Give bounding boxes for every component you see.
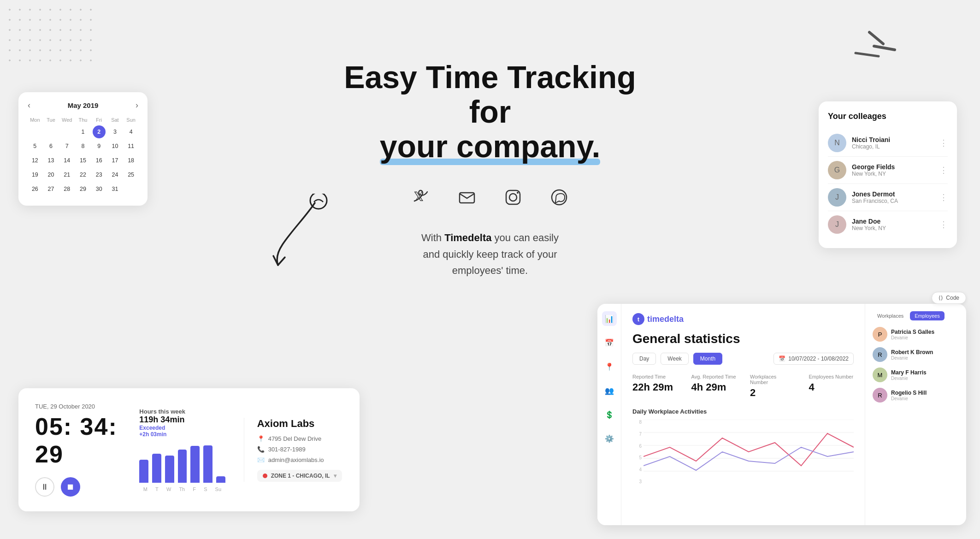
email-icon[interactable] <box>455 185 479 209</box>
colleague-menu-icon[interactable]: ⋮ <box>939 138 948 148</box>
timer-stop-button[interactable]: ⏹ <box>61 477 80 497</box>
svg-point-3 <box>310 194 327 209</box>
calendar-day[interactable]: 3 <box>108 125 121 138</box>
dashboard-right-panel: Workplaces Employees P Patricia S Galles… <box>865 304 966 525</box>
colleague-menu-icon[interactable]: ⋮ <box>939 192 948 202</box>
sidebar-gear-icon[interactable]: ⚙️ <box>602 431 617 446</box>
twitter-icon[interactable]: 𝕏 <box>409 185 433 209</box>
stat-employees-value: 4 <box>809 381 854 393</box>
calendar-widget: ‹ May 2019 › MonTueWedThuFriSatSun123456… <box>18 92 148 206</box>
calendar-day[interactable]: 28 <box>60 183 73 195</box>
bar-chart-bar <box>178 450 187 483</box>
timer-pause-button[interactable]: ⏸ <box>35 477 54 497</box>
calendar-day[interactable]: 6 <box>45 140 58 153</box>
stats-row: Reported Time 22h 29m Avg. Reported Time… <box>632 374 854 399</box>
calendar-day[interactable]: 9 <box>93 140 106 153</box>
svg-text:𝕏: 𝕏 <box>413 190 424 204</box>
timer-chart-section: Hours this week 119h 34min Exceeded +2h … <box>139 408 225 492</box>
calendar-day[interactable]: 14 <box>60 154 73 167</box>
colleague-info: Jane Doe New York, NY <box>852 218 939 231</box>
svg-point-8 <box>517 192 519 194</box>
stat-workplaces-label: Workplaces Number <box>750 374 795 385</box>
view-code-badge[interactable]: ⟨⟩ Code <box>932 292 966 304</box>
employee-info: Robert K Brown Devanie <box>891 349 959 361</box>
employee-item: P Patricia S Galles Devanie <box>873 327 959 342</box>
colleague-menu-icon[interactable]: ⋮ <box>939 219 948 230</box>
hero-description: With Timedelta you can easily and quickl… <box>329 230 651 278</box>
colleague-location: San Francisco, CA <box>852 198 939 204</box>
calendar-day[interactable]: 2 <box>93 125 106 138</box>
colleague-item: J Jones Dermot San Francisco, CA ⋮ <box>828 184 948 211</box>
calendar-day[interactable]: 24 <box>108 168 121 181</box>
instagram-icon[interactable] <box>501 185 525 209</box>
timer-date: TUE, 29 October 2020 <box>35 403 121 410</box>
tab-workplaces[interactable]: Workplaces <box>873 311 908 320</box>
calendar-day[interactable]: 30 <box>93 183 106 195</box>
employee-avatar: P <box>873 327 887 342</box>
calendar-day[interactable]: 23 <box>93 168 106 181</box>
calendar-day[interactable]: 5 <box>29 140 41 153</box>
calendar-day[interactable]: 31 <box>108 183 121 195</box>
stat-avg-label: Avg. Reported Time <box>691 374 737 379</box>
sidebar-calendar-icon[interactable]: 📅 <box>602 335 617 350</box>
stat-reported-time-label: Reported Time <box>632 374 678 379</box>
calendar-day[interactable]: 19 <box>29 168 41 181</box>
employee-name: Patricia S Galles <box>891 329 959 335</box>
sidebar-chart-icon[interactable]: 📊 <box>602 311 617 326</box>
calendar-day[interactable]: 4 <box>124 125 137 138</box>
bar-day-label: T <box>155 486 159 492</box>
filter-month-button[interactable]: Month <box>693 353 722 365</box>
calendar-day[interactable]: 21 <box>60 168 73 181</box>
email-icon: ✉️ <box>257 456 265 463</box>
bar-chart-bar <box>152 454 161 483</box>
calendar-day[interactable]: 29 <box>77 183 89 195</box>
colleague-info: Nicci Troiani Chicago, IL <box>852 136 939 150</box>
bar-day-label: Su <box>215 486 221 492</box>
filter-day-button[interactable]: Day <box>632 353 656 365</box>
calendar-day[interactable]: 18 <box>124 154 137 167</box>
dashboard-main: t timedelta General statistics Day Week … <box>621 304 865 525</box>
colleagues-widget: Your colleages N Nicci Troiani Chicago, … <box>819 101 957 248</box>
filter-week-button[interactable]: Week <box>661 353 688 365</box>
colleagues-title: Your colleages <box>828 112 948 121</box>
calendar-day[interactable]: 16 <box>93 154 106 167</box>
calendar-day[interactable]: 10 <box>108 140 121 153</box>
colleague-name: George Fields <box>852 163 939 171</box>
sidebar-people-icon[interactable]: 👥 <box>602 383 617 398</box>
calendar-day[interactable]: 20 <box>45 168 58 181</box>
sidebar-location-icon[interactable]: 📍 <box>602 359 617 374</box>
calendar-day[interactable]: 26 <box>29 183 41 195</box>
hero-title-underline: your company. <box>380 129 601 164</box>
whatsapp-icon[interactable] <box>547 185 571 209</box>
calendar-day[interactable]: 15 <box>77 154 89 167</box>
employee-role: Devanie <box>891 335 959 340</box>
calendar-next-button[interactable]: › <box>136 101 138 110</box>
calendar-day[interactable]: 11 <box>124 140 137 153</box>
calendar-day-name: Tue <box>44 116 59 124</box>
zone-badge[interactable]: ZONE 1 - CHICAGO, IL ▾ <box>257 470 342 482</box>
employee-avatar: R <box>873 388 887 403</box>
dashboard-tabs: Workplaces Employees <box>873 311 959 320</box>
calendar-day[interactable]: 13 <box>45 154 58 167</box>
zone-dot <box>263 474 267 478</box>
calendar-day[interactable]: 17 <box>108 154 121 167</box>
date-range-picker[interactable]: 📅 10/07/2022 - 10/08/2022 <box>773 353 854 365</box>
calendar-prev-button[interactable]: ‹ <box>28 101 30 110</box>
colleague-menu-icon[interactable]: ⋮ <box>939 165 948 175</box>
employees-list: P Patricia S Galles Devanie R Robert K B… <box>873 327 959 403</box>
calendar-day[interactable]: 22 <box>77 168 89 181</box>
employee-role: Devanie <box>891 396 959 401</box>
timer-controls: ⏸ ⏹ <box>35 477 121 497</box>
colleague-name: Jane Doe <box>852 218 939 225</box>
calendar-day[interactable]: 1 <box>77 125 89 138</box>
tab-employees[interactable]: Employees <box>910 311 944 320</box>
line-chart-area: 876543 <box>632 420 854 493</box>
code-icon: ⟨⟩ <box>939 295 943 301</box>
calendar-day[interactable]: 8 <box>77 140 89 153</box>
calendar-day[interactable]: 7 <box>60 140 73 153</box>
calendar-day[interactable]: 12 <box>29 154 41 167</box>
sidebar-dollar-icon[interactable]: 💲 <box>602 407 617 422</box>
calendar-day[interactable]: 25 <box>124 168 137 181</box>
calendar-day[interactable]: 27 <box>45 183 58 195</box>
logo-icon: t <box>632 313 644 325</box>
